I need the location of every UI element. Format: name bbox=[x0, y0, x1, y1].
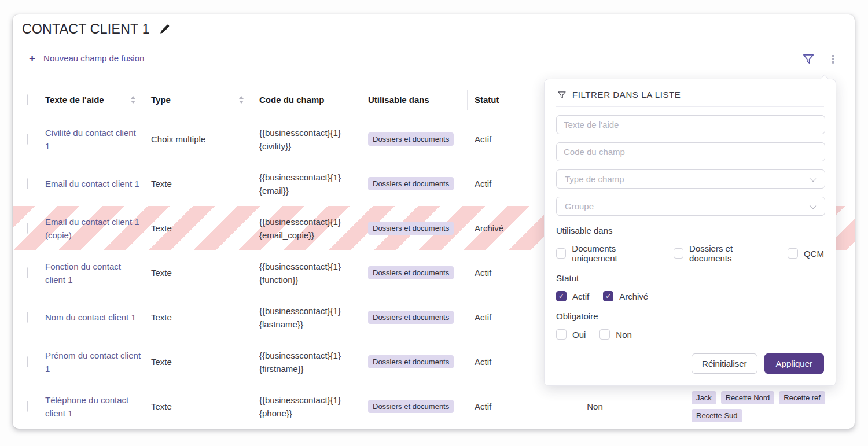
checkbox-non[interactable]: Non bbox=[599, 329, 632, 340]
usable-in-cell: Dossiers et documents bbox=[368, 132, 475, 146]
funnel-icon bbox=[557, 90, 567, 99]
group-badge: Recette Sud bbox=[692, 409, 742, 422]
checkbox-qcm[interactable]: QCM bbox=[788, 248, 824, 259]
field-type: Texte bbox=[151, 177, 259, 190]
column-header-texte[interactable]: Texte de l'aide bbox=[45, 90, 144, 110]
new-merge-field-button[interactable]: + Nouveau champ de fusion bbox=[29, 53, 144, 64]
row-checkbox[interactable] bbox=[27, 178, 28, 189]
checkbox-icon bbox=[788, 248, 798, 259]
status-cell: Actif bbox=[475, 400, 560, 413]
filter-groupe-select[interactable]: Groupe bbox=[556, 197, 825, 216]
group-badge: Recette Nord bbox=[721, 391, 775, 404]
field-code: {{businesscontact}{1} {function}} bbox=[259, 260, 368, 286]
top-actions: ⋮ bbox=[802, 53, 838, 65]
filter-panel: FILTRER DANS LA LISTE Type de champ Grou… bbox=[544, 79, 836, 386]
row-checkbox[interactable] bbox=[27, 401, 28, 412]
usable-in-cell: Dossiers et documents bbox=[368, 355, 475, 368]
usable-in-cell: Dossiers et documents bbox=[368, 222, 475, 235]
usable-in-badge: Dossiers et documents bbox=[368, 222, 454, 235]
section-label-utilisable: Utilisable dans bbox=[556, 226, 824, 235]
obligatoire-cell: Non bbox=[560, 401, 630, 411]
section-label-obligatoire: Obligatoire bbox=[556, 311, 824, 321]
field-name-link[interactable]: Nom du contact client 1 bbox=[45, 311, 151, 324]
row-checkbox[interactable] bbox=[27, 356, 28, 367]
checkbox-dossiers-documents[interactable]: Dossiers et documents bbox=[674, 244, 774, 263]
field-name-link[interactable]: Email du contact client 1 bbox=[45, 177, 151, 190]
checkbox-checked-icon: ✓ bbox=[603, 291, 613, 301]
kebab-menu-icon[interactable]: ⋮ bbox=[827, 54, 838, 65]
usable-in-cell: Dossiers et documents bbox=[368, 177, 475, 190]
filter-type-champ-select[interactable]: Type de champ bbox=[556, 169, 825, 189]
field-type: Texte bbox=[151, 311, 259, 324]
field-code-line1: {{businesscontact}{1} bbox=[259, 260, 368, 273]
field-code-line2: {email}} bbox=[259, 184, 368, 197]
field-code: {{businesscontact}{1} {email_copie}} bbox=[259, 215, 368, 242]
usable-in-badge: Dossiers et documents bbox=[368, 400, 454, 413]
checkbox-oui[interactable]: Oui bbox=[556, 329, 586, 340]
select-all-checkbox[interactable] bbox=[27, 94, 28, 105]
filter-button[interactable] bbox=[802, 53, 815, 65]
checkbox-icon bbox=[599, 329, 610, 340]
usable-in-cell: Dossiers et documents bbox=[368, 266, 475, 279]
row-checkbox[interactable] bbox=[27, 312, 28, 323]
checkbox-icon bbox=[674, 248, 683, 259]
usable-in-cell: Dossiers et documents bbox=[368, 400, 475, 413]
row-checkbox-cell bbox=[13, 134, 45, 144]
row-checkbox[interactable] bbox=[27, 134, 28, 145]
field-type: Texte bbox=[151, 266, 259, 279]
row-checkbox-cell bbox=[13, 357, 45, 367]
section-label-statut: Statut bbox=[556, 273, 824, 283]
field-code: {{businesscontact}{1} {email}} bbox=[259, 171, 368, 197]
checkbox-archive[interactable]: ✓ Archivé bbox=[603, 291, 648, 301]
checkbox-actif[interactable]: ✓ Actif bbox=[556, 291, 589, 301]
filter-panel-header: FILTRER DANS LA LISTE bbox=[556, 87, 824, 107]
sort-icon[interactable] bbox=[239, 96, 244, 104]
field-code-line1: {{businesscontact}{1} bbox=[259, 215, 368, 228]
field-type: Choix multiple bbox=[151, 132, 259, 146]
edit-title-button[interactable] bbox=[158, 23, 171, 36]
row-checkbox-cell bbox=[13, 268, 45, 278]
groups-cell: JackRecette NordRecette refRecette Sud bbox=[630, 391, 855, 422]
field-type: Texte bbox=[151, 222, 259, 235]
group-badge: Jack bbox=[692, 391, 716, 404]
filter-panel-title: FILTRER DANS LA LISTE bbox=[572, 90, 681, 99]
panel-caret bbox=[820, 75, 829, 84]
usable-in-badge: Dossiers et documents bbox=[368, 355, 454, 368]
field-name-link[interactable]: Fonction du contact client 1 bbox=[45, 260, 151, 286]
field-code: {{businesscontact}{1} {firstname}} bbox=[259, 349, 368, 375]
row-checkbox-cell bbox=[13, 401, 45, 411]
checkbox-checked-icon: ✓ bbox=[556, 291, 567, 301]
field-code-line1: {{businesscontact}{1} bbox=[259, 126, 368, 139]
main-card: CONTACT CLIENT 1 + Nouveau champ de fusi… bbox=[13, 14, 855, 429]
field-name-link[interactable]: Téléphone du contact client 1 bbox=[45, 393, 151, 420]
plus-icon: + bbox=[29, 53, 35, 64]
reset-button[interactable]: Réinitialiser bbox=[692, 353, 757, 374]
panel-buttons: Réinitialiser Appliquer bbox=[556, 353, 824, 374]
field-code-line2: {function}} bbox=[259, 273, 368, 286]
filter-texte-aide-input[interactable] bbox=[556, 115, 825, 134]
field-name-link[interactable]: Civilité du contact client 1 bbox=[45, 126, 151, 153]
group-badge: Recette ref bbox=[779, 391, 825, 404]
page-title: CONTACT CLIENT 1 bbox=[22, 21, 150, 37]
sort-icon[interactable] bbox=[131, 96, 135, 104]
checkbox-documents-uniquement[interactable]: Documents uniquement bbox=[556, 244, 660, 263]
field-code: {{businesscontact}{1} {phone}} bbox=[259, 393, 368, 420]
apply-button[interactable]: Appliquer bbox=[764, 353, 824, 374]
field-code-line2: {email_copie}} bbox=[259, 228, 368, 242]
obligatoire-options: Oui Non bbox=[556, 329, 824, 340]
field-code-line2: {lastname}} bbox=[259, 318, 368, 331]
filter-code-champ-input[interactable] bbox=[556, 142, 825, 161]
checkbox-icon bbox=[556, 329, 567, 340]
header-checkbox-cell bbox=[13, 95, 45, 105]
field-name-link[interactable]: Email du contact client 1 (copie) bbox=[45, 215, 151, 242]
page-title-row: CONTACT CLIENT 1 bbox=[22, 21, 171, 37]
statut-options: ✓ Actif ✓ Archivé bbox=[556, 291, 824, 301]
usable-in-badge: Dossiers et documents bbox=[368, 132, 454, 146]
field-code-line1: {{businesscontact}{1} bbox=[259, 349, 368, 362]
row-checkbox[interactable] bbox=[27, 267, 28, 278]
field-name-link[interactable]: Prénom du contact client 1 bbox=[45, 349, 151, 375]
field-code-line1: {{businesscontact}{1} bbox=[259, 171, 368, 184]
column-header-type[interactable]: Type bbox=[151, 90, 252, 110]
row-checkbox[interactable] bbox=[27, 223, 28, 234]
usable-in-cell: Dossiers et documents bbox=[368, 311, 475, 324]
